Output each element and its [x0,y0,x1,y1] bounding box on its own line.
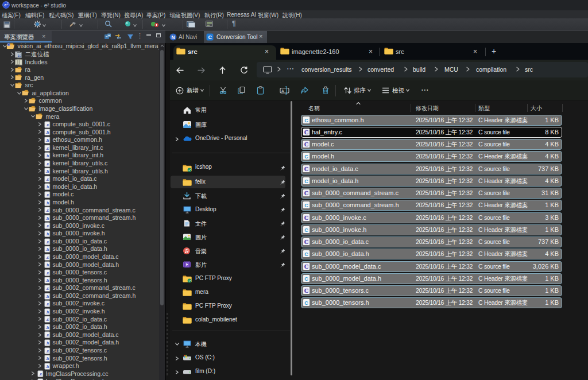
svg-text:C: C [304,141,309,148]
svg-text:.c: .c [46,317,49,321]
svg-text:.c: .c [46,286,49,290]
svg-text:.c: .c [46,271,49,275]
svg-text:C: C [304,190,309,196]
svg-text:C: C [304,227,308,233]
svg-text:.h: .h [46,341,49,345]
svg-text:.h: .h [46,169,49,173]
svg-text:.h: .h [46,130,49,134]
svg-text:.c: .c [46,349,49,353]
svg-text:C: C [208,34,212,40]
svg-text:C: C [304,239,309,245]
svg-text:C: C [304,214,309,220]
svg-text:C: C [304,276,308,282]
svg-text:C: C [304,129,309,135]
svg-text:C: C [304,263,309,269]
svg-text:C: C [304,288,309,294]
svg-text:.h: .h [46,154,49,158]
svg-text:N: N [171,34,175,40]
svg-text:.c: .c [46,193,49,197]
svg-text:.c: .c [46,255,49,259]
svg-text:.h: .h [46,138,49,142]
svg-text:.c: .c [46,177,49,181]
svg-text:.c: .c [46,208,49,212]
svg-text:C: C [304,117,308,123]
svg-text:C: C [304,179,308,184]
svg-text:C: C [304,203,308,208]
svg-text:.h: .h [46,325,49,329]
svg-text:.c: .c [46,224,49,228]
svg-text:.h: .h [46,247,49,251]
svg-text:C: C [304,300,308,306]
svg-text:.h: .h [46,232,49,236]
svg-text:.h: .h [46,294,49,298]
svg-text:.h: .h [46,365,49,369]
svg-text:.h: .h [46,263,49,267]
svg-text:.c: .c [46,146,49,150]
svg-text:.h: .h [46,185,49,189]
svg-text:10: 10 [17,53,21,57]
svg-text:.h: .h [46,356,49,360]
svg-text:.c: .c [39,372,42,376]
svg-text:.h: .h [46,201,49,205]
svg-text:.c: .c [46,162,49,166]
svg-text:A: A [281,89,284,93]
svg-text:.c: .c [46,302,49,306]
svg-text:.h: .h [46,216,49,220]
svg-text:.c: .c [46,333,49,337]
svg-text:C: C [304,154,308,160]
svg-text:.c: .c [46,123,49,127]
svg-text:.h: .h [46,278,49,282]
svg-text:.c: .c [46,240,49,244]
svg-text:C: C [304,165,309,172]
svg-text:C: C [304,251,308,257]
svg-text:.h: .h [46,310,49,314]
